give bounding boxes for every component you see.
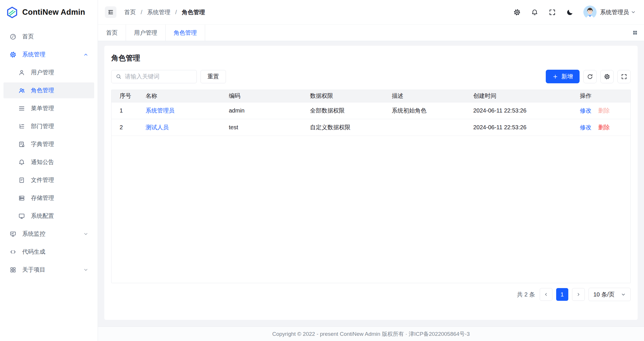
sidebar-item-about-project[interactable]: 关于项目 xyxy=(3,262,94,278)
delete-link-disabled: 删除 xyxy=(598,107,610,114)
gear-icon xyxy=(513,9,521,16)
chevron-up-icon xyxy=(83,52,88,57)
sidebar-item-system-monitor[interactable]: 系统监控 xyxy=(3,226,94,242)
edit-link[interactable]: 修改 xyxy=(580,107,591,114)
chevron-right-icon xyxy=(576,292,581,297)
sidebar-item-department-management[interactable]: 部门管理 xyxy=(3,118,94,134)
settings-button[interactable] xyxy=(513,8,521,16)
column-header-name: 名称 xyxy=(138,90,221,102)
column-header-code: 编码 xyxy=(221,90,302,102)
add-button[interactable]: 新增 xyxy=(546,70,580,83)
table-row: 1 系统管理员 admin 全部数据权限 系统初始角色 2024-06-11 2… xyxy=(112,102,630,119)
roles-table: 序号 名称 编码 数据权限 描述 创建时间 操作 1 系统管理员 xyxy=(111,90,631,283)
chevron-down-icon xyxy=(621,292,626,297)
moon-icon xyxy=(566,9,574,16)
breadcrumb-item-current: 角色管理 xyxy=(182,8,205,16)
avatar[interactable] xyxy=(583,5,597,19)
app-window: ContiNew Admin 首页 系统管理 用户管理 角色管理 xyxy=(0,0,644,341)
sidebar-item-dictionary-management[interactable]: 字典管理 xyxy=(3,136,94,152)
sidebar-menu: 首页 系统管理 用户管理 角色管理 菜单管理 部门管理 xyxy=(0,25,98,280)
notifications-button[interactable] xyxy=(530,8,539,16)
sidebar-item-storage-management[interactable]: 存储管理 xyxy=(3,190,94,206)
search-input[interactable] xyxy=(125,73,192,80)
menu-lines-icon xyxy=(18,105,25,112)
table-fullscreen-button[interactable] xyxy=(617,70,631,83)
pagination: 共 2 条 1 10 条/页 xyxy=(111,288,631,301)
column-header-created-at: 创建时间 xyxy=(465,90,572,102)
dictionary-icon xyxy=(18,141,25,148)
tab-user-management[interactable]: 用户管理 xyxy=(126,25,166,41)
user-icon xyxy=(18,69,25,76)
user-group-icon xyxy=(18,87,25,94)
cell-data-scope: 自定义数据权限 xyxy=(302,119,384,136)
dashboard-icon xyxy=(10,33,16,40)
page-size-select[interactable]: 10 条/页 xyxy=(589,288,631,301)
sidebar-item-system-management[interactable]: 系统管理 xyxy=(3,47,94,62)
column-header-seq: 序号 xyxy=(112,90,138,102)
fullscreen-icon xyxy=(549,9,556,16)
bell-icon xyxy=(531,9,538,16)
apps-grid-icon xyxy=(632,30,638,36)
search-box xyxy=(111,70,197,83)
column-header-description: 描述 xyxy=(384,90,465,102)
chevron-down-icon xyxy=(631,10,636,15)
breadcrumb-separator: / xyxy=(175,9,177,16)
refresh-icon xyxy=(587,73,593,80)
role-name-link[interactable]: 系统管理员 xyxy=(146,107,175,114)
edit-link[interactable]: 修改 xyxy=(580,124,591,130)
storage-icon xyxy=(18,195,25,202)
breadcrumb-item-home[interactable]: 首页 xyxy=(124,8,136,16)
reset-button[interactable]: 重置 xyxy=(201,70,226,83)
app-title: ContiNew Admin xyxy=(22,8,85,17)
cell-created-at: 2024-06-11 22:53:26 xyxy=(465,119,572,136)
main-content: 角色管理 重置 新增 xyxy=(98,41,644,327)
sidebar: ContiNew Admin 首页 系统管理 用户管理 角色管理 xyxy=(0,0,98,341)
breadcrumb-item-system[interactable]: 系统管理 xyxy=(147,8,170,16)
gear-icon xyxy=(604,73,610,80)
sidebar-item-code-generation[interactable]: 代码生成 xyxy=(3,244,94,260)
role-name-link[interactable]: 测试人员 xyxy=(146,124,169,130)
tab-bar: 首页 用户管理 角色管理 xyxy=(98,25,644,41)
cell-created-at: 2024-06-11 22:53:26 xyxy=(465,102,572,119)
user-name: 系统管理员 xyxy=(600,8,629,16)
column-header-actions: 操作 xyxy=(572,90,630,102)
tab-list-button[interactable] xyxy=(632,25,638,41)
user-menu[interactable]: 系统管理员 xyxy=(600,8,636,16)
monitor-chart-icon xyxy=(10,231,16,237)
top-header: 首页 / 系统管理 / 角色管理 xyxy=(98,0,644,25)
prev-page-button[interactable] xyxy=(540,288,552,301)
tab-home[interactable]: 首页 xyxy=(98,25,126,41)
copyright-text: Copyright © 2022 - present ContiNew Admi… xyxy=(272,330,470,338)
role-management-card: 角色管理 重置 新增 xyxy=(104,46,638,320)
refresh-button[interactable] xyxy=(583,70,597,83)
next-page-button[interactable] xyxy=(572,288,585,301)
apps-icon xyxy=(10,266,16,273)
sidebar-item-file-management[interactable]: 文件管理 xyxy=(3,172,94,188)
sidebar-item-role-management[interactable]: 角色管理 xyxy=(3,82,94,98)
table-settings-button[interactable] xyxy=(600,70,614,83)
sidebar-item-home[interactable]: 首页 xyxy=(3,29,94,45)
plus-icon xyxy=(552,74,558,80)
fullscreen-button[interactable] xyxy=(548,8,556,16)
toolbar: 重置 新增 xyxy=(111,70,631,83)
search-icon xyxy=(116,73,122,80)
table-header-row: 序号 名称 编码 数据权限 描述 创建时间 操作 xyxy=(112,90,630,102)
chevron-down-icon xyxy=(83,231,88,237)
page-number-button[interactable]: 1 xyxy=(556,288,568,301)
sidebar-item-system-config[interactable]: 系统配置 xyxy=(3,208,94,224)
sidebar-item-notice[interactable]: 通知公告 xyxy=(3,154,94,170)
delete-link[interactable]: 删除 xyxy=(598,124,610,130)
breadcrumb: 首页 / 系统管理 / 角色管理 xyxy=(124,8,205,16)
cell-data-scope: 全部数据权限 xyxy=(302,102,384,119)
sidebar-item-user-management[interactable]: 用户管理 xyxy=(3,64,94,80)
dark-mode-button[interactable] xyxy=(566,8,574,16)
sidebar-item-menu-management[interactable]: 菜单管理 xyxy=(3,100,94,116)
gear-icon xyxy=(10,51,16,58)
cell-seq: 1 xyxy=(112,102,138,119)
footer: Copyright © 2022 - present ContiNew Admi… xyxy=(98,327,644,341)
sidebar-collapse-button[interactable] xyxy=(105,6,116,18)
cell-description: 系统初始角色 xyxy=(384,102,465,119)
header-actions: 系统管理员 xyxy=(503,5,636,19)
tab-role-management[interactable]: 角色管理 xyxy=(166,25,205,41)
logo[interactable]: ContiNew Admin xyxy=(0,0,98,25)
